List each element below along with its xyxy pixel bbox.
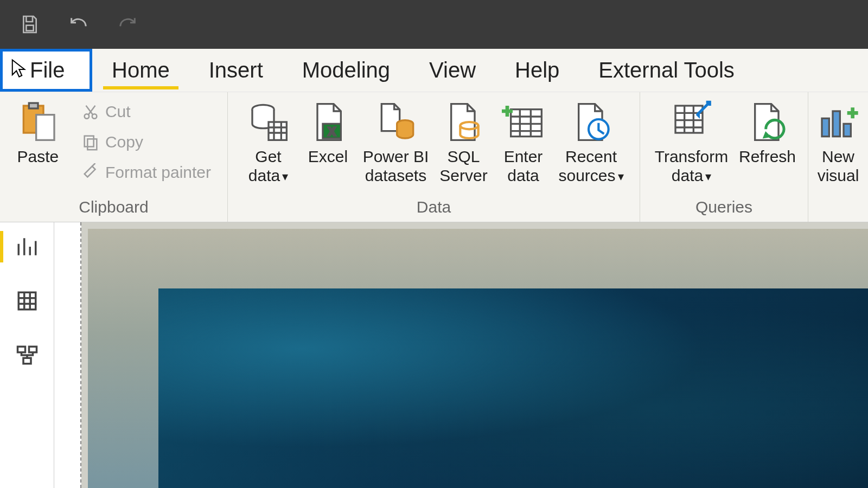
refresh-label: Refresh (739, 147, 796, 166)
paste-label: Paste (17, 147, 59, 166)
active-view-marker (0, 231, 3, 262)
svg-rect-2 (29, 103, 38, 108)
svg-rect-14 (510, 110, 541, 137)
excel-button[interactable]: X Excel (298, 97, 358, 166)
svg-rect-3 (36, 115, 54, 140)
refresh-icon (746, 100, 789, 144)
group-label-clipboard: Clipboard (79, 198, 148, 220)
copy-button: Copy (76, 127, 216, 157)
group-label-queries: Queries (695, 198, 752, 220)
excel-label: Excel (308, 147, 348, 166)
tab-help[interactable]: Help (495, 49, 579, 92)
svg-rect-6 (85, 136, 94, 147)
ribbon-tabs: File Home Insert Modeling View Help Exte… (0, 49, 868, 92)
save-icon[interactable] (16, 11, 43, 38)
powerbi-datasets-icon (374, 100, 418, 144)
svg-rect-19 (844, 124, 851, 136)
tab-home[interactable]: Home (92, 49, 189, 92)
enter-data-label: Enter data (494, 147, 553, 185)
file-tab[interactable]: File (0, 49, 92, 92)
transform-data-button[interactable]: Transform data▾ (648, 97, 735, 185)
group-queries: Transform data▾ Refresh Queries (640, 92, 808, 222)
svg-rect-0 (26, 25, 33, 31)
enter-data-button[interactable]: Enter data (494, 97, 553, 185)
svg-rect-21 (17, 346, 25, 352)
svg-rect-20 (18, 292, 36, 310)
svg-rect-18 (833, 111, 840, 137)
chevron-down-icon: ▾ (705, 170, 711, 183)
tab-insert[interactable]: Insert (189, 49, 283, 92)
tab-modeling[interactable]: Modeling (283, 49, 410, 92)
svg-rect-23 (23, 358, 31, 364)
group-data: Get data▾ X Excel (228, 92, 640, 222)
svg-text:X: X (328, 125, 336, 138)
transform-data-label: Transform data▾ (648, 147, 735, 185)
data-view-icon (16, 290, 39, 312)
sql-server-label: SQL Server (434, 147, 494, 185)
canvas-area[interactable] (81, 222, 868, 488)
chevron-down-icon: ▾ (282, 170, 288, 183)
excel-icon: X (307, 100, 350, 144)
model-view-button[interactable] (14, 342, 41, 369)
paste-button[interactable]: Paste (11, 97, 65, 166)
recent-sources-button[interactable]: Recent sources▾ (553, 97, 629, 185)
tab-view[interactable]: View (410, 49, 495, 92)
group-label-data: Data (417, 198, 451, 220)
ribbon: Paste Cut Copy (0, 92, 868, 222)
get-data-label: Get data▾ (239, 147, 298, 185)
recent-sources-icon (570, 100, 613, 144)
format-painter-button: Format painter (76, 157, 216, 188)
view-rail (0, 222, 54, 488)
workspace (0, 222, 868, 488)
new-visual-label: New visual (808, 147, 868, 185)
undo-icon[interactable] (65, 11, 92, 38)
redo-icon[interactable] (114, 11, 141, 38)
get-data-button[interactable]: Get data▾ (239, 97, 298, 185)
chevron-down-icon: ▾ (618, 170, 624, 183)
new-visual-button[interactable]: New visual (808, 97, 868, 185)
group-insert-partial: New visual (808, 92, 868, 222)
model-view-icon (16, 344, 39, 367)
copy-icon (81, 133, 100, 151)
report-view-icon (16, 235, 39, 258)
format-painter-icon (81, 163, 100, 182)
canvas-background (88, 229, 868, 488)
refresh-button[interactable]: Refresh (735, 97, 800, 166)
powerbi-datasets-label: Power BI datasets (358, 147, 434, 185)
report-view-button[interactable] (14, 233, 41, 260)
recent-sources-label: Recent sources▾ (553, 147, 629, 185)
new-visual-icon (816, 100, 860, 144)
get-data-icon (247, 100, 290, 144)
svg-rect-9 (269, 122, 286, 140)
cut-button: Cut (76, 97, 216, 127)
ruler-edge (54, 222, 81, 488)
cursor-icon (10, 59, 27, 82)
canvas-image (158, 288, 868, 488)
cut-icon (81, 102, 100, 121)
sql-server-icon (442, 100, 486, 144)
svg-rect-22 (29, 346, 36, 352)
svg-rect-17 (822, 118, 829, 136)
enter-data-icon (502, 100, 545, 144)
tab-external-tools[interactable]: External Tools (579, 49, 754, 92)
sql-server-button[interactable]: SQL Server (434, 97, 494, 185)
quick-access-toolbar (0, 0, 868, 49)
transform-data-icon (670, 100, 713, 144)
paste-icon (16, 100, 60, 144)
file-tab-label: File (30, 58, 65, 82)
svg-rect-7 (87, 139, 97, 150)
group-clipboard: Paste Cut Copy (0, 92, 228, 222)
powerbi-datasets-button[interactable]: Power BI datasets (358, 97, 434, 185)
data-view-button[interactable] (14, 287, 41, 314)
